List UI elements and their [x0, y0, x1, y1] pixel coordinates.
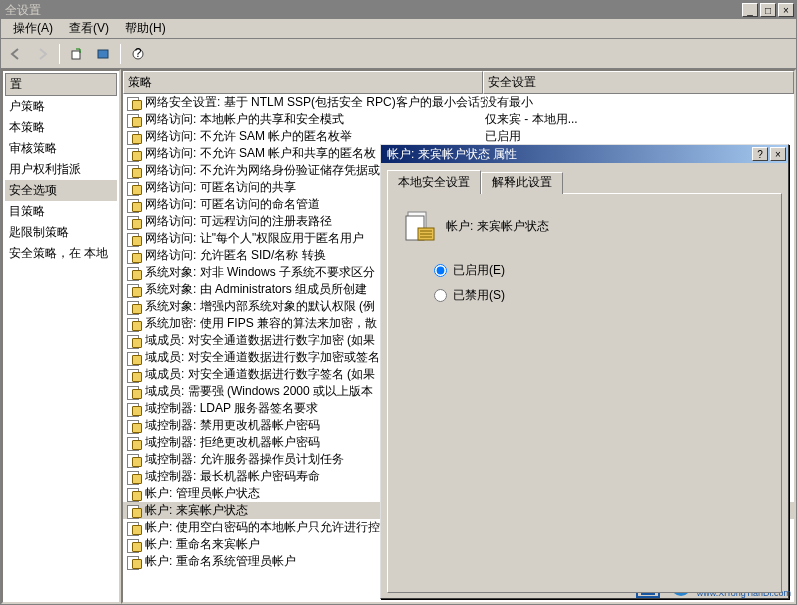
tab-explain[interactable]: 解释此设置	[481, 172, 563, 194]
policy-icon	[126, 198, 142, 212]
column-policy[interactable]: 策略	[123, 71, 483, 94]
policy-icon	[126, 436, 142, 450]
toolbar: ?	[1, 39, 796, 69]
policy-icon	[126, 147, 142, 161]
policy-icon	[126, 334, 142, 348]
policy-large-icon	[404, 210, 436, 242]
list-header: 策略 安全设置	[123, 71, 794, 94]
refresh-button[interactable]	[92, 43, 114, 65]
policy-name: 网络访问: 不允许 SAM 帐户的匿名枚举	[145, 128, 485, 145]
policy-icon	[126, 113, 142, 127]
policy-icon	[126, 215, 142, 229]
policy-value: 仅来宾 - 本地用...	[485, 111, 791, 128]
policy-icon	[126, 555, 142, 569]
tree-item-7[interactable]: 安全策略，在 本地	[5, 243, 117, 264]
policy-icon	[126, 538, 142, 552]
window-controls: _ □ ×	[740, 3, 794, 17]
policy-row-0[interactable]: 网络安全设置: 基于 NTLM SSP(包括安全 RPC)客户的最小会话安全没有…	[123, 94, 794, 111]
policy-icon	[126, 164, 142, 178]
radio-disabled-input[interactable]	[434, 289, 447, 302]
maximize-button[interactable]: □	[760, 3, 776, 17]
dialog-title-bar: 帐户: 来宾帐户状态 属性 ? ×	[381, 145, 788, 163]
close-button[interactable]: ×	[778, 3, 794, 17]
tree-item-6[interactable]: 匙限制策略	[5, 222, 117, 243]
radio-disabled[interactable]: 已禁用(S)	[434, 287, 765, 304]
window-title: 全设置	[3, 2, 740, 19]
tree-header: 置	[5, 73, 117, 96]
menu-help[interactable]: 帮助(H)	[117, 18, 174, 39]
policy-value: 没有最小	[485, 94, 791, 111]
policy-icon	[126, 385, 142, 399]
policy-icon	[126, 453, 142, 467]
policy-icon	[126, 419, 142, 433]
toolbar-separator-2	[120, 44, 121, 64]
policy-icon	[126, 317, 142, 331]
svg-rect-0	[72, 51, 80, 59]
policy-icon	[126, 487, 142, 501]
menu-action[interactable]: 操作(A)	[5, 18, 61, 39]
property-header: 帐户: 来宾帐户状态	[404, 210, 765, 242]
radio-enabled[interactable]: 已启用(E)	[434, 262, 765, 279]
policy-icon	[126, 181, 142, 195]
tab-local-security[interactable]: 本地安全设置	[387, 170, 481, 194]
tree-item-1[interactable]: 本策略	[5, 117, 117, 138]
toolbar-separator	[59, 44, 60, 64]
policy-row-1[interactable]: 网络访问: 本地帐户的共享和安全模式仅来宾 - 本地用...	[123, 111, 794, 128]
forward-button[interactable]	[31, 43, 53, 65]
export-button[interactable]	[66, 43, 88, 65]
policy-icon	[126, 300, 142, 314]
policy-icon	[126, 249, 142, 263]
properties-dialog: 帐户: 来宾帐户状态 属性 ? × 本地安全设置 解释此设置 帐户: 来宾帐户状…	[380, 144, 789, 599]
policy-icon	[126, 368, 142, 382]
tree-item-2[interactable]: 审核策略	[5, 138, 117, 159]
policy-icon	[126, 470, 142, 484]
tab-content: 帐户: 来宾帐户状态 已启用(E) 已禁用(S)	[387, 193, 782, 593]
help-button[interactable]: ?	[127, 43, 149, 65]
back-button[interactable]	[5, 43, 27, 65]
dialog-title: 帐户: 来宾帐户状态 属性	[383, 146, 750, 163]
radio-disabled-label: 已禁用(S)	[453, 287, 505, 304]
tree-item-4[interactable]: 安全选项	[5, 180, 117, 201]
menu-view[interactable]: 查看(V)	[61, 18, 117, 39]
dialog-close-button[interactable]: ×	[770, 147, 786, 161]
policy-icon	[126, 130, 142, 144]
policy-icon	[126, 402, 142, 416]
tree-panel: 置 户策略本策略审核策略用户权利指派安全选项目策略匙限制策略安全策略，在 本地	[1, 69, 121, 604]
policy-name: 网络安全设置: 基于 NTLM SSP(包括安全 RPC)客户的最小会话安全	[145, 94, 485, 111]
svg-rect-1	[98, 50, 108, 58]
dialog-body: 本地安全设置 解释此设置 帐户: 来宾帐户状态 已启用(E)	[381, 163, 788, 599]
policy-icon	[126, 521, 142, 535]
policy-icon	[126, 351, 142, 365]
minimize-button[interactable]: _	[742, 3, 758, 17]
policy-row-2[interactable]: 网络访问: 不允许 SAM 帐户的匿名枚举已启用	[123, 128, 794, 145]
svg-text:?: ?	[135, 47, 142, 60]
policy-icon	[126, 232, 142, 246]
menu-bar: 操作(A) 查看(V) 帮助(H)	[1, 19, 796, 39]
tree-item-5[interactable]: 目策略	[5, 201, 117, 222]
tree-item-0[interactable]: 户策略	[5, 96, 117, 117]
policy-icon	[126, 266, 142, 280]
radio-group: 已启用(E) 已禁用(S)	[434, 262, 765, 304]
property-heading: 帐户: 来宾帐户状态	[446, 218, 549, 235]
main-title-bar: 全设置 _ □ ×	[1, 1, 796, 19]
policy-value: 已启用	[485, 128, 791, 145]
radio-enabled-label: 已启用(E)	[453, 262, 505, 279]
tree-item-3[interactable]: 用户权利指派	[5, 159, 117, 180]
policy-name: 网络访问: 本地帐户的共享和安全模式	[145, 111, 485, 128]
radio-enabled-input[interactable]	[434, 264, 447, 277]
policy-icon	[126, 504, 142, 518]
dialog-help-button[interactable]: ?	[752, 147, 768, 161]
policy-icon	[126, 96, 142, 110]
tab-strip: 本地安全设置 解释此设置	[387, 170, 782, 194]
column-setting[interactable]: 安全设置	[483, 71, 794, 94]
policy-icon	[126, 283, 142, 297]
